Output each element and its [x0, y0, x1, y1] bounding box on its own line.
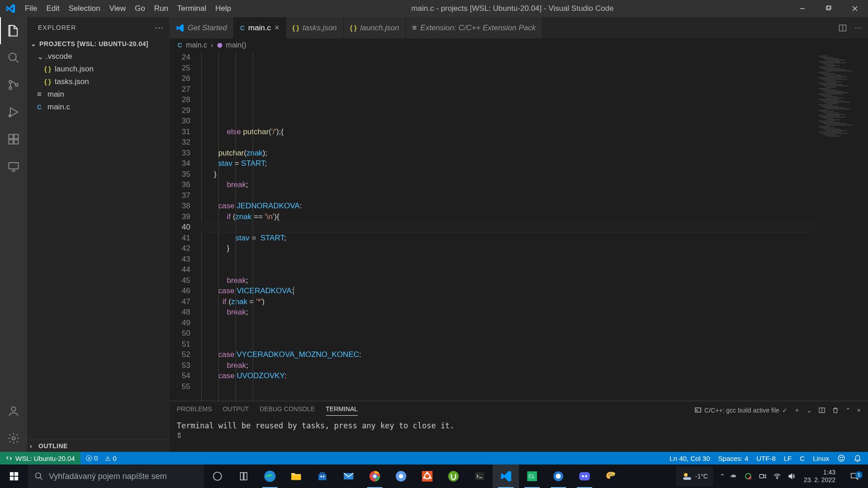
menu-selection[interactable]: Selection: [64, 0, 105, 17]
status-remote[interactable]: WSL: Ubuntu-20.04: [0, 452, 80, 465]
status-cursor[interactable]: Ln 40, Col 30: [670, 455, 710, 462]
menu-file[interactable]: File: [20, 0, 42, 17]
svg-text:CL: CL: [528, 474, 535, 479]
status-eol[interactable]: LF: [784, 455, 792, 462]
status-feedback-icon[interactable]: [837, 454, 845, 462]
activity-extensions[interactable]: [0, 126, 27, 153]
status-encoding[interactable]: UTF-8: [756, 455, 776, 462]
status-warnings[interactable]: ⚠ 0: [105, 455, 117, 462]
tab-extension[interactable]: ≡ Extension: C/C++ Extension Pack: [406, 17, 542, 38]
menu-go[interactable]: Go: [130, 0, 150, 17]
file-explorer-icon[interactable]: [283, 465, 309, 488]
check-icon: ✓: [782, 407, 788, 414]
discord-icon[interactable]: [571, 465, 598, 488]
edge-icon[interactable]: [257, 465, 283, 488]
activity-run-debug[interactable]: [0, 99, 27, 126]
panel-tab-debug-console[interactable]: DEBUG CONSOLE: [259, 405, 315, 415]
start-button[interactable]: [0, 465, 28, 488]
more-icon[interactable]: ⋯: [854, 23, 862, 32]
svg-point-66: [610, 473, 611, 474]
close-icon[interactable]: ×: [274, 23, 279, 33]
tab-launch-json[interactable]: { } launch.json: [344, 17, 406, 38]
taskbar-clock[interactable]: 1:43 23. 2. 2022: [800, 469, 839, 484]
status-errors[interactable]: ⓧ 0: [86, 454, 98, 463]
activity-settings[interactable]: [0, 425, 27, 452]
breadcrumb[interactable]: C main.c › ⬢ main(): [170, 38, 868, 52]
status-lang[interactable]: C: [800, 455, 805, 462]
menu-view[interactable]: View: [105, 0, 131, 17]
utorrent-icon[interactable]: [440, 465, 467, 488]
chromium-icon[interactable]: [388, 465, 414, 488]
trash-icon[interactable]: [832, 407, 839, 414]
panel-tab-terminal[interactable]: TERMINAL: [326, 405, 358, 416]
tab-tasks-json[interactable]: { } tasks.json: [286, 17, 344, 38]
status-bell-icon[interactable]: [854, 454, 862, 462]
code-editor[interactable]: 2425262728293031323334353637383940414243…: [170, 52, 814, 401]
clock-time: 1:43: [804, 469, 835, 477]
remote-icon: [5, 455, 13, 462]
activity-source-control[interactable]: [0, 71, 27, 99]
status-os[interactable]: Linux: [813, 455, 829, 462]
paint-icon[interactable]: [598, 465, 624, 488]
minimize-button[interactable]: [789, 0, 816, 17]
outline-section[interactable]: › OUTLINE: [27, 439, 170, 452]
wifi-icon[interactable]: [773, 472, 781, 480]
file-tasks-json[interactable]: { } tasks.json: [27, 75, 170, 88]
file-main[interactable]: ≡ main: [27, 88, 170, 101]
taskbar-weather[interactable]: -1°C: [676, 466, 713, 486]
vscode-taskbar-icon[interactable]: [493, 465, 519, 488]
menu-run[interactable]: Run: [150, 0, 173, 17]
new-terminal-icon[interactable]: ＋: [794, 406, 800, 414]
svg-line-34: [40, 478, 42, 480]
terminal-panel: PROBLEMS OUTPUT DEBUG CONSOLE TERMINAL C…: [170, 401, 868, 452]
notifications-icon[interactable]: 5: [844, 471, 865, 481]
tab-get-started[interactable]: Get Started: [170, 17, 234, 38]
project-root[interactable]: ⌄ PROJECTS [WSL: UBUNTU-20.04]: [27, 38, 170, 50]
split-terminal-icon[interactable]: [818, 407, 826, 414]
activity-account[interactable]: [0, 398, 27, 425]
terminal-task-indicator[interactable]: C/C++: gcc build active file ✓: [694, 407, 788, 414]
teamspeak-icon[interactable]: [545, 465, 571, 488]
taskbar-search[interactable]: Vyhľadávaný pojem napíšte sem: [28, 465, 204, 488]
mail-icon[interactable]: [335, 465, 362, 488]
activity-search[interactable]: [0, 44, 27, 71]
folder-vscode[interactable]: ⌄ .vscode: [27, 50, 170, 63]
file-launch-json[interactable]: { } launch.json: [27, 63, 170, 75]
ubuntu-icon[interactable]: [414, 465, 440, 488]
status-spaces[interactable]: Spaces: 4: [718, 455, 749, 462]
minimap[interactable]: [814, 52, 868, 401]
file-main-c[interactable]: C main.c: [27, 101, 170, 113]
split-editor-icon[interactable]: [838, 23, 847, 33]
svg-point-5: [9, 53, 16, 61]
close-button[interactable]: [842, 0, 868, 17]
terminal-output[interactable]: Terminal will be reused by tasks, press …: [170, 419, 868, 452]
panel-tab-output[interactable]: OUTPUT: [223, 405, 249, 415]
clion-icon[interactable]: CL: [519, 465, 545, 488]
security-icon[interactable]: [744, 472, 752, 480]
close-icon[interactable]: ×: [857, 407, 861, 414]
maximize-button[interactable]: [816, 0, 842, 17]
menu-help[interactable]: Help: [211, 0, 236, 17]
code-content[interactable]: else putchar('/');{ putchar(znak); stav …: [201, 52, 814, 401]
chrome-icon[interactable]: [362, 465, 388, 488]
tray-chevron-icon[interactable]: ⌃: [720, 473, 725, 480]
onedrive-icon[interactable]: [730, 472, 738, 480]
line-gutter: 2425262728293031323334353637383940414243…: [170, 52, 201, 401]
volume-icon[interactable]: [788, 472, 796, 480]
tab-main-c[interactable]: C main.c ×: [234, 17, 286, 38]
store-icon[interactable]: [309, 465, 335, 488]
menu-terminal[interactable]: Terminal: [173, 0, 211, 17]
terminal-icon[interactable]: [467, 465, 493, 488]
activity-remote[interactable]: [0, 153, 27, 180]
meet-now-icon[interactable]: [759, 472, 767, 480]
terminal-dropdown-icon[interactable]: ⌄: [807, 407, 812, 414]
activity-explorer[interactable]: [0, 17, 27, 44]
panel-tab-problems[interactable]: PROBLEMS: [177, 405, 212, 415]
chevron-up-icon[interactable]: ⌃: [845, 407, 851, 414]
sidebar-more-icon[interactable]: ⋯: [155, 22, 164, 33]
menu-edit[interactable]: Edit: [42, 0, 64, 17]
cortana-icon[interactable]: [231, 465, 257, 488]
svg-rect-56: [475, 472, 484, 480]
folder-label: .vscode: [46, 52, 72, 61]
task-view-icon[interactable]: [204, 465, 231, 488]
